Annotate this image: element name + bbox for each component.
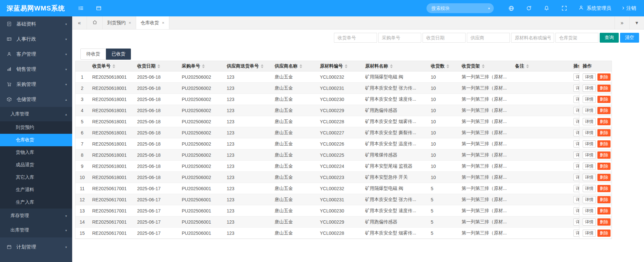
sidebar-item-production-return[interactable]: 生产退料 — [0, 184, 72, 196]
sort-icon[interactable] — [345, 64, 347, 68]
tabs-scroll-right-icon[interactable]: » — [614, 16, 629, 29]
header-receipt-date[interactable]: 收货日期 — [134, 61, 178, 71]
sidebar-item-warehouse[interactable]: 仓储管理 ▴ — [0, 92, 72, 107]
delete-button[interactable]: 删除 — [597, 151, 611, 159]
bell-icon[interactable] — [538, 0, 555, 16]
cell-actions: 详情 删除 — [579, 150, 612, 160]
tabs-menu-icon[interactable]: ▾ — [629, 16, 644, 29]
delete-button[interactable]: 删除 — [597, 73, 611, 81]
header-delivery-no[interactable]: 供应商送货单号 — [223, 61, 271, 71]
tab-warehouse-receipt[interactable]: 仓库收货 × — [136, 16, 170, 29]
header-po-no[interactable]: 采购单号 — [178, 61, 223, 71]
sidebar-item-outbound[interactable]: 出库管理 ▾ — [0, 223, 72, 237]
delete-button[interactable]: 删除 — [597, 207, 611, 214]
header-receipt-no[interactable]: 收货单号 — [89, 61, 134, 71]
detail-button[interactable]: 详情 — [583, 129, 596, 136]
sort-icon[interactable] — [157, 64, 160, 68]
header-material-no[interactable]: 原材料编号 — [317, 61, 362, 71]
delete-button[interactable]: 删除 — [597, 96, 611, 103]
filter-receipt-no-input[interactable] — [334, 33, 377, 43]
delete-button[interactable]: 删除 — [597, 174, 611, 181]
detail-button[interactable]: 详情 — [583, 163, 596, 170]
search-caret-icon[interactable]: ▾ — [488, 7, 490, 10]
sort-icon[interactable] — [390, 64, 393, 68]
tab-received[interactable]: 已收货 — [106, 49, 131, 60]
sort-icon[interactable] — [526, 64, 529, 68]
module-search-input[interactable] — [426, 3, 494, 13]
filter-shelf-input[interactable] — [555, 33, 598, 43]
clear-button[interactable]: 清空 — [620, 33, 639, 43]
detail-button[interactable]: 详情 — [583, 196, 596, 203]
sidebar-item-sales[interactable]: 销售管理 ▾ — [0, 62, 72, 77]
delete-button[interactable]: 删除 — [597, 218, 611, 226]
sort-icon[interactable] — [300, 64, 302, 68]
detail-button[interactable]: 详情 — [583, 174, 596, 181]
delete-button[interactable]: 删除 — [597, 118, 611, 125]
detail-button[interactable]: 详情 — [583, 151, 596, 159]
refresh-icon[interactable] — [520, 0, 538, 16]
tab-arrival-booking[interactable]: 到货预约 × — [103, 16, 136, 29]
detail-button[interactable]: 详情 — [583, 207, 596, 214]
sort-icon[interactable] — [113, 64, 115, 68]
sidebar-item-goods-inbound[interactable]: 货物入库 — [0, 146, 72, 159]
detail-button[interactable]: 详情 — [583, 118, 596, 125]
sidebar-item-warehouse-receipt[interactable]: 仓库收货 — [0, 134, 72, 146]
filter-supplier-input[interactable] — [467, 33, 510, 43]
delete-button[interactable]: 删除 — [597, 230, 611, 237]
detail-button[interactable]: 详情 — [583, 107, 596, 114]
detail-button[interactable]: 详情 — [583, 96, 596, 103]
delete-button[interactable]: 删除 — [597, 107, 611, 114]
collapse-menu-icon[interactable] — [72, 0, 90, 16]
detail-button[interactable]: 详情 — [583, 85, 596, 92]
sidebar-item-basics[interactable]: 基础资料 ▾ — [0, 16, 72, 31]
sidebar-item-customer[interactable]: 客户管理 ▾ — [0, 47, 72, 62]
detail-button[interactable]: 详情 — [583, 185, 596, 192]
table-body: 1 RE20250618001 2025-06-18 PU202506002 1… — [75, 71, 612, 239]
delete-button[interactable]: 删除 — [597, 85, 611, 92]
delete-button[interactable]: 删除 — [597, 196, 611, 203]
delete-button[interactable]: 删除 — [597, 185, 611, 192]
logout-button[interactable]: 注销 — [616, 5, 644, 11]
user-menu[interactable]: 系统管理员 — [573, 5, 616, 11]
header-material-name[interactable]: 原材料名称 — [362, 61, 427, 71]
cell-material-no: YCL000230 — [317, 205, 362, 216]
close-icon[interactable]: × — [162, 20, 165, 25]
delete-button[interactable]: 删除 — [597, 140, 611, 148]
detail-button[interactable]: 详情 — [583, 140, 596, 148]
tab-home[interactable] — [87, 16, 103, 29]
sidebar-item-purchase[interactable]: 采购管理 ▾ — [0, 77, 72, 92]
header-supplier[interactable]: 供应商名称 — [271, 61, 317, 71]
search-button[interactable]: 查询 — [600, 33, 619, 43]
sort-icon[interactable] — [447, 64, 449, 68]
sort-icon[interactable] — [202, 64, 205, 68]
close-icon[interactable]: × — [129, 20, 131, 25]
sidebar-item-product-return[interactable]: 成品退货 — [0, 159, 72, 171]
globe-icon[interactable] — [502, 0, 520, 16]
header-qty[interactable]: 收货数 — [427, 61, 458, 71]
delete-button[interactable]: 删除 — [597, 129, 611, 136]
filter-po-no-input[interactable] — [378, 33, 421, 43]
sidebar-item-arrival-booking[interactable]: 到货预约 — [0, 121, 72, 134]
tabs-scroll-left-icon[interactable]: « — [72, 16, 87, 29]
sidebar-item-hr[interactable]: 人事行政 ▾ — [0, 31, 72, 47]
detail-button[interactable]: 详情 — [583, 218, 596, 226]
sort-icon[interactable] — [261, 64, 263, 68]
row-index: 14 — [75, 216, 89, 227]
filter-material-input[interactable] — [511, 33, 554, 43]
fullscreen-icon[interactable] — [555, 0, 573, 16]
filter-receipt-date-input[interactable] — [423, 33, 466, 43]
sort-icon[interactable] — [482, 64, 485, 68]
header-shelf[interactable]: 收货货架 — [458, 61, 512, 71]
sidebar-item-plan[interactable]: 计划管理 ▾ — [0, 239, 72, 254]
sidebar-item-production-inbound[interactable]: 生产入库 — [0, 196, 72, 209]
tab-pending-receipt[interactable]: 待收货 — [80, 49, 106, 60]
detail-button[interactable]: 详情 — [583, 230, 596, 237]
delete-button[interactable]: 删除 — [597, 163, 611, 170]
detail-button[interactable]: 详情 — [583, 73, 596, 81]
sidebar-item-inventory[interactable]: 库存管理 ▾ — [0, 209, 72, 223]
sidebar-item-inbound[interactable]: 入库管理 ▴ — [0, 107, 72, 121]
window-icon[interactable] — [90, 0, 108, 16]
sidebar-item-other-inbound[interactable]: 其它入库 — [0, 171, 72, 184]
cell-delivery-no: 123 — [223, 216, 271, 227]
header-remark[interactable]: 备注 — [512, 61, 573, 71]
